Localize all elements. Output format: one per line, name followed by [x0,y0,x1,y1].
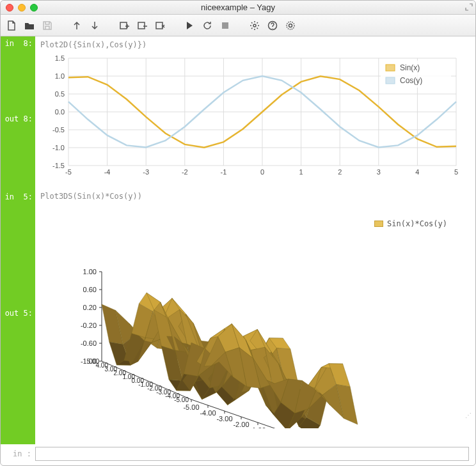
resize-grip-icon[interactable]: ⋰ [465,412,472,419]
svg-text:0.60: 0.60 [83,286,97,293]
svg-text:0.0: 0.0 [55,108,65,116]
in-label: in 5: [5,192,33,201]
svg-point-6 [287,22,294,29]
delete-cell-button[interactable] [153,19,167,33]
input-row: in : [1,445,475,463]
svg-text:Sin(x): Sin(x) [400,63,420,72]
svg-text:-1: -1 [221,168,227,176]
svg-text:-0.60: -0.60 [81,339,97,347]
svg-text:0.20: 0.20 [83,304,97,311]
svg-rect-2 [156,22,163,29]
svg-text:-2: -2 [182,168,188,176]
fullscreen-icon[interactable] [465,3,473,11]
svg-text:-5: -5 [65,168,72,176]
toolbar [1,15,475,36]
svg-text:-1.0: -1.0 [52,144,65,151]
input-prompt: in : [1,449,35,458]
svg-point-4 [253,24,256,27]
titlebar: niceexample – Yagy [1,1,475,15]
plot2d-chart: -1.5-1.0-0.50.00.51.01.5-5-4-3-2-1012345… [42,53,464,180]
save-file-button[interactable] [40,19,54,33]
svg-rect-1 [138,22,145,29]
svg-point-7 [289,24,292,27]
gutter: in 8: out 8: in 5: out 5: [1,36,35,444]
svg-text:-5.00: -5.00 [183,403,199,411]
main-output: Plot2D({Sin(x),Cos(y)}) -1.5-1.0-0.50.00… [35,36,475,444]
svg-rect-0 [120,22,127,29]
stop-button[interactable] [218,19,232,33]
svg-text:-0.5: -0.5 [52,126,65,134]
run-button[interactable] [182,19,196,33]
svg-text:3: 3 [377,168,381,176]
svg-text:1.5: 1.5 [55,54,65,62]
out-label: out 8: [5,114,33,123]
minimize-window-button[interactable] [18,4,26,12]
svg-text:-4: -4 [104,168,111,176]
settings-button[interactable] [248,19,262,33]
svg-text:1: 1 [299,168,303,176]
window-title: niceexample – Yagy [1,3,475,12]
svg-text:5: 5 [454,168,458,176]
in-label: in 8: [5,39,33,48]
svg-text:Cos(y): Cos(y) [400,76,422,85]
plot3d-chart: Sin(x)*Cos(y) -1.00-0.60-0.200.200.601.0… [38,205,473,431]
code-line: Plot3DS(Sin(x)*Cos(y)) [38,190,473,202]
svg-text:0.5: 0.5 [55,90,65,98]
insert-cell-button[interactable] [117,19,131,33]
new-file-button[interactable] [4,19,19,33]
svg-text:-4.00: -4.00 [200,409,216,417]
command-input[interactable] [35,447,469,461]
svg-rect-47 [386,77,395,84]
svg-text:1.00: 1.00 [83,268,97,276]
svg-text:5.00: 5.00 [87,358,100,365]
out-label: out 5: [5,309,33,318]
svg-rect-3 [222,22,228,29]
svg-text:-3: -3 [143,168,149,176]
help-button[interactable] [266,19,280,33]
svg-text:-3.00: -3.00 [216,415,232,423]
svg-text:-0.20: -0.20 [81,322,97,329]
zoom-window-button[interactable] [30,4,38,12]
move-down-button[interactable] [88,19,102,33]
move-up-button[interactable] [70,19,84,33]
svg-rect-45 [386,65,395,71]
svg-text:1.0: 1.0 [55,72,65,80]
close-window-button[interactable] [6,4,13,12]
svg-text:4: 4 [415,168,419,176]
svg-text:-1.5: -1.5 [52,162,65,169]
open-file-button[interactable] [22,19,36,33]
code-line: Plot2D({Sin(x),Cos(y)}) [38,39,473,50]
notebook-area: in 8: out 8: in 5: out 5: Plot2D({Sin(x)… [1,36,475,444]
svg-text:2: 2 [338,168,342,176]
svg-text:0: 0 [260,168,264,176]
target-button[interactable] [283,19,298,33]
svg-text:-2.00: -2.00 [233,421,249,428]
svg-text:-1.00: -1.00 [250,426,266,428]
reload-button[interactable] [200,19,214,33]
remove-cell-button[interactable] [135,19,149,33]
